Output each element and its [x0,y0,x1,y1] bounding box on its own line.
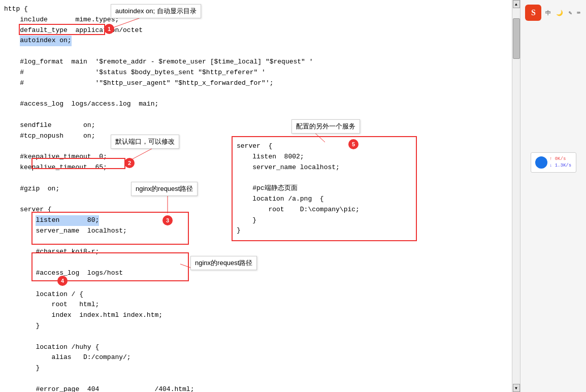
main-content: http { include mime.types; default_type … [0,0,586,392]
server-block-right-code: server { listen 8002; server_name localh… [237,141,412,236]
server-annotation: 配置的另外一个服务 [291,119,360,134]
network-icon [535,156,547,169]
moon-icon[interactable]: 🌙 [555,9,564,17]
scrollbar[interactable]: ▲ ▼ [512,0,520,392]
label-2: 2 [124,158,135,168]
listen-line: listen 80; [36,215,99,226]
right-panel: S 中 🌙 ✎ ⌨ ↑ 0K/s ↓ 1.3K/s [520,0,586,392]
autoindex-annotation: autoindex on; 自动显示目录 [111,4,201,18]
label-5: 5 [348,139,359,149]
scroll-thumb[interactable] [513,18,520,59]
autoindex-line: autoindex on; [20,36,71,46]
network-speeds: ↑ 0K/s ↓ 1.3K/s [549,156,571,169]
edit-icon[interactable]: ✎ [567,9,573,17]
scroll-down-arrow[interactable]: ▼ [513,384,520,392]
location2-annotation: nginx的request路径 [190,256,257,270]
keyboard-icon[interactable]: ⌨ [576,9,581,17]
location1-annotation: nginx的request路径 [131,182,198,196]
code-area: http { include mime.types; default_type … [0,0,512,392]
sogou-label: S [531,8,536,17]
sogou-icon[interactable]: S [525,5,541,21]
label-4: 4 [57,276,68,286]
label-3: 3 [162,215,173,225]
listen-annotation: 默认端口，可以修改 [111,135,179,149]
server-block-right: server { listen 8002; server_name localh… [232,136,417,241]
speed-up: ↑ 0K/s [549,156,571,162]
network-widget: ↑ 0K/s ↓ 1.3K/s [531,152,576,173]
scroll-up-arrow[interactable]: ▲ [513,0,520,8]
label-1: 1 [104,24,114,34]
lang-badge[interactable]: 中 [544,8,552,18]
speed-down: ↓ 1.3K/s [549,162,571,169]
